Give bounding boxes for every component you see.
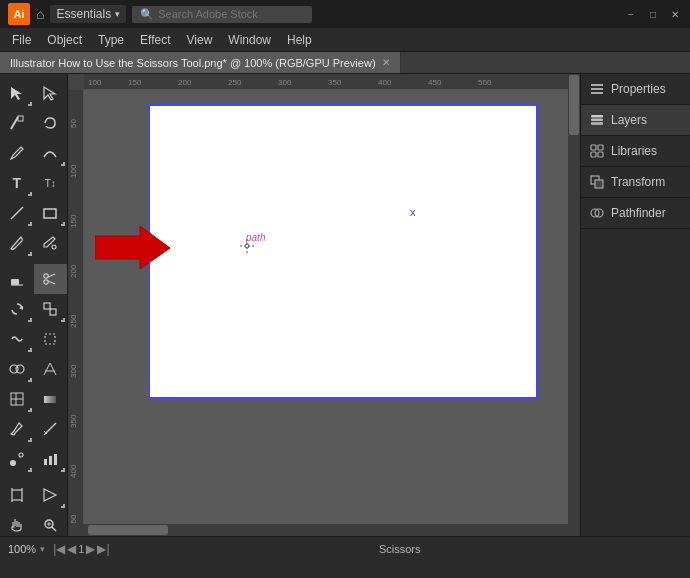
zoom-control[interactable]: 100% ▾	[8, 543, 45, 555]
menu-file[interactable]: File	[4, 31, 39, 49]
svg-rect-67	[591, 122, 603, 125]
menu-bar: File Object Type Effect View Window Help	[0, 28, 690, 52]
svg-rect-14	[45, 334, 55, 344]
transform-icon	[589, 174, 605, 190]
type-tool[interactable]: T	[0, 168, 34, 198]
next-artboard-button[interactable]: ▶|	[97, 542, 109, 556]
direct-selection-tool[interactable]	[34, 78, 68, 108]
svg-rect-3	[44, 209, 56, 218]
scissors-tool[interactable]	[34, 264, 68, 294]
curvature-tool[interactable]	[34, 138, 68, 168]
path-label: path	[246, 232, 265, 243]
menu-object[interactable]: Object	[39, 31, 90, 49]
prev-artboard-button[interactable]: |◀	[53, 542, 65, 556]
svg-text:400: 400	[378, 78, 392, 87]
artboard-number: 1	[78, 543, 84, 555]
title-bar-right: − □ ✕	[624, 7, 682, 21]
artboard-navigation: |◀ ◀ 1 ▶ ▶|	[53, 542, 109, 556]
svg-rect-66	[591, 92, 603, 94]
pen-tool[interactable]	[0, 138, 34, 168]
svg-text:350: 350	[328, 78, 342, 87]
layers-label: Layers	[611, 113, 647, 127]
eyedropper-tool[interactable]	[0, 414, 34, 444]
right-panel: Properties Layers Libraries	[580, 74, 690, 536]
panel-item-libraries[interactable]: Libraries	[581, 136, 690, 167]
panel-item-layers[interactable]: Layers	[581, 105, 690, 136]
svg-text:100: 100	[88, 78, 102, 87]
maximize-button[interactable]: □	[646, 7, 660, 21]
canvas-area[interactable]: 100 150 200 250 300 350 400 450 500 50 1…	[68, 74, 580, 536]
search-bar[interactable]: 🔍	[132, 6, 312, 23]
magic-wand-tool[interactable]	[0, 108, 34, 138]
svg-rect-23	[44, 396, 56, 403]
paintbrush-tool[interactable]	[0, 228, 34, 258]
left-toolbar: T T↕	[0, 74, 68, 536]
hand-tool[interactable]	[0, 510, 34, 536]
free-transform-tool[interactable]	[34, 324, 68, 354]
shape-builder-tool[interactable]	[0, 354, 34, 384]
line-segment-tool[interactable]	[0, 198, 34, 228]
scale-tool[interactable]	[34, 294, 68, 324]
chevron-down-icon: ▾	[115, 9, 120, 19]
tool-row-blend	[0, 444, 67, 474]
minimize-button[interactable]: −	[624, 7, 638, 21]
svg-rect-68	[591, 119, 603, 122]
rect-tool[interactable]	[34, 198, 68, 228]
panel-item-pathfinder[interactable]: Pathfinder	[581, 198, 690, 229]
vertical-scrollbar-thumb[interactable]	[569, 75, 579, 135]
blend-tool[interactable]	[0, 444, 34, 474]
gradient-tool[interactable]	[34, 384, 68, 414]
touch-type-tool[interactable]: T↕	[34, 168, 68, 198]
workspace-selector[interactable]: Essentials ▾	[50, 5, 126, 23]
next-button[interactable]: ▶	[86, 542, 95, 556]
pencil-tool[interactable]	[34, 228, 68, 258]
column-graph-tool[interactable]	[34, 444, 68, 474]
selection-tool[interactable]	[0, 78, 34, 108]
artboard-tool[interactable]	[0, 480, 34, 510]
measure-tool[interactable]	[34, 414, 68, 444]
home-icon[interactable]: ⌂	[36, 6, 44, 22]
zoom-dropdown-icon[interactable]: ▾	[40, 544, 45, 554]
lasso-tool[interactable]	[34, 108, 68, 138]
libraries-icon	[589, 143, 605, 159]
horizontal-scrollbar-thumb[interactable]	[88, 525, 168, 535]
close-button[interactable]: ✕	[668, 7, 682, 21]
tool-row-type: T T↕	[0, 168, 67, 198]
document-tab[interactable]: Illustrator How to Use the Scissors Tool…	[0, 52, 401, 73]
panel-item-properties[interactable]: Properties	[581, 74, 690, 105]
title-bar: Ai ⌂ Essentials ▾ 🔍 − □ ✕	[0, 0, 690, 28]
tool-row-gradient	[0, 384, 67, 414]
vertical-scrollbar[interactable]	[568, 74, 580, 524]
svg-rect-72	[591, 152, 596, 157]
svg-rect-29	[49, 456, 52, 465]
svg-rect-1	[18, 116, 23, 121]
scroll-corner	[568, 524, 580, 536]
svg-point-4	[52, 245, 56, 249]
svg-text:350: 350	[69, 414, 78, 428]
search-input[interactable]	[158, 8, 298, 20]
svg-line-17	[44, 363, 50, 375]
x-anchor-marker: x	[410, 206, 416, 218]
horizontal-scrollbar[interactable]	[68, 524, 568, 536]
slice-tool[interactable]	[34, 480, 68, 510]
svg-line-10	[48, 281, 55, 284]
tool-row-shape	[0, 354, 67, 384]
menu-help[interactable]: Help	[279, 31, 320, 49]
search-icon: 🔍	[140, 8, 154, 21]
document-tab-close[interactable]: ✕	[382, 57, 390, 68]
prev-button[interactable]: ◀	[67, 542, 76, 556]
rotate-tool[interactable]	[0, 294, 34, 324]
warp-tool[interactable]	[0, 324, 34, 354]
menu-view[interactable]: View	[179, 31, 221, 49]
mesh-tool[interactable]	[0, 384, 34, 414]
eraser-tool[interactable]	[0, 264, 34, 294]
svg-text:250: 250	[69, 314, 78, 328]
menu-type[interactable]: Type	[90, 31, 132, 49]
svg-marker-60	[95, 226, 170, 269]
menu-window[interactable]: Window	[220, 31, 279, 49]
status-bar: 100% ▾ |◀ ◀ 1 ▶ ▶| Scissors	[0, 536, 690, 560]
menu-effect[interactable]: Effect	[132, 31, 178, 49]
perspective-grid-tool[interactable]	[34, 354, 68, 384]
panel-item-transform[interactable]: Transform	[581, 167, 690, 198]
zoom-tool[interactable]	[34, 510, 68, 536]
